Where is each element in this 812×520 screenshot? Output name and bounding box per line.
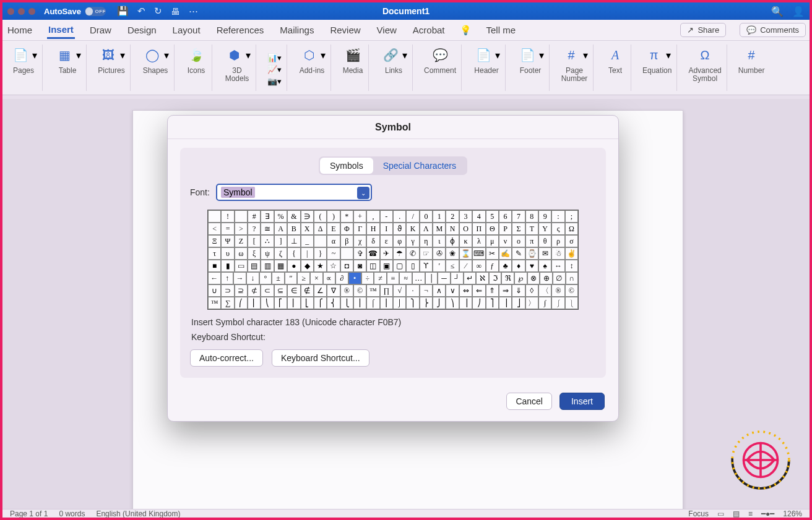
symbol-cell[interactable]: Λ [420,223,433,235]
chevron-down-icon[interactable]: ▾ [666,49,671,61]
symbol-cell[interactable]: τ [208,247,221,260]
ribbon-footer[interactable]: 📄▾ Footer [512,45,550,91]
zoom-window-icon[interactable] [28,8,35,15]
redo-icon[interactable]: ↻ [154,6,162,17]
symbol-cell[interactable]: χ [353,235,366,247]
symbol-cell[interactable]: ♠ [538,260,551,272]
undo-icon[interactable]: ↶ [137,6,145,17]
symbol-cell[interactable]: Μ [433,223,446,235]
symbol-cell[interactable]: 7 [512,210,525,223]
autosave-toggle[interactable]: OFF [85,7,106,16]
symbol-cell[interactable]: ℘ [514,272,527,284]
ribbon-header[interactable]: 📄▾ Header [468,45,506,91]
symbol-cell[interactable]: ) [327,210,340,223]
tab-view[interactable]: View [376,22,398,38]
symbol-cell[interactable]: ⊄ [248,284,261,297]
symbol-cell[interactable]: ◆ [301,260,314,272]
symbol-cell[interactable]: ⎱ [565,297,578,309]
symbol-cell[interactable]: ⎢ [287,297,300,309]
symbol-cell[interactable]: ÷ [361,272,374,284]
symbol-cell[interactable]: ρ [551,235,564,247]
symbol-cell[interactable]: 1 [433,210,446,223]
smartart-icon[interactable]: 📊▾ [267,53,282,62]
symbol-cell[interactable]: * [340,210,353,223]
traffic-lights[interactable] [7,8,35,15]
symbol-cell[interactable]: ▯ [406,260,419,272]
symbol-cell[interactable]: ▣ [380,260,393,272]
symbol-cell[interactable]: & [287,210,300,223]
chevron-down-icon[interactable]: ▾ [246,49,251,61]
ribbon-links[interactable]: 🔗▾ Links [375,45,413,91]
symbol-cell[interactable]: % [274,210,287,223]
symbol-cell[interactable]: ς [551,223,564,235]
status-page[interactable]: Page 1 of 1 [10,509,48,518]
symbol-cell[interactable]: σ [565,235,578,247]
symbol-cell[interactable]: ≠ [374,272,387,284]
symbol-cell[interactable]: ∞ [472,260,485,272]
tab-mailings[interactable]: Mailings [279,22,315,38]
symbol-cell[interactable]: ⎠ [472,297,485,309]
symbol-cell[interactable]: ⎝ [261,297,274,309]
symbol-cell[interactable]: υ [221,247,234,260]
symbol-cell[interactable]: φ [393,235,406,247]
symbol-cell[interactable]: ∴ [261,235,274,247]
autosave-control[interactable]: AutoSave OFF [44,7,106,16]
tab-design[interactable]: Design [126,22,158,38]
symbol-cell[interactable]: ϑ [393,223,406,235]
symbol-cell[interactable]: θ [538,235,551,247]
symbol-cell[interactable]: ⎪ [353,297,366,309]
symbol-cell[interactable]: · [406,284,419,297]
symbol-cell[interactable]: ∅ [553,272,566,284]
symbol-cell[interactable] [314,235,327,247]
symbol-cell[interactable]: + [353,210,366,223]
symbol-cell[interactable]: ◫ [366,260,379,272]
symbol-cell[interactable]: ✂ [486,247,499,260]
status-language[interactable]: English (United Kingdom) [96,509,180,518]
symbol-cell[interactable]: ─ [438,272,451,284]
symbol-cell[interactable]: ~ [327,247,340,260]
symbol-cell[interactable] [340,247,353,260]
symbol-cell[interactable]: © [353,284,366,297]
symbol-cell[interactable]: ● [287,260,300,272]
chevron-down-icon[interactable]: ▾ [32,49,37,61]
symbol-cell[interactable]: ◙ [353,260,366,272]
symbol-cell[interactable]: Ω [565,223,578,235]
tab-review[interactable]: Review [329,22,361,38]
chevron-down-icon[interactable]: ▾ [539,49,544,61]
comments-button[interactable]: 💬 Comments [740,23,806,37]
symbol-cell[interactable]: ↑ [221,272,234,284]
symbol-cell[interactable]: ✎ [512,247,525,260]
symbol-cell[interactable]: < [208,223,221,235]
symbol-cell[interactable]: ∉ [301,284,314,297]
tell-me-icon[interactable]: 💡 [460,25,472,36]
symbol-cell[interactable]: > [235,223,248,235]
symbol-cell[interactable]: γ [406,235,419,247]
symbol-cell[interactable]: Γ [353,223,366,235]
symbol-cell[interactable]: λ [472,235,485,247]
symbol-cell[interactable]: ∩ [566,272,579,284]
symbol-cell[interactable]: - [380,210,393,223]
symbol-cell[interactable]: ° [259,272,272,284]
symbol-cell[interactable]: 3 [459,210,472,223]
symbol-cell[interactable]: ⎨ [327,297,340,309]
symbol-cell[interactable]: ⁄ [459,260,472,272]
chevron-down-icon[interactable]: ▾ [76,49,81,61]
font-selector[interactable]: Symbol ⌄ [216,184,372,201]
symbol-cell[interactable]: 5 [486,210,499,223]
symbol-cell[interactable]: } [314,247,327,260]
view-web-icon[interactable]: ▤ [733,509,740,518]
symbol-cell[interactable]: κ [459,235,472,247]
symbol-cell[interactable]: ϒ [420,260,433,272]
symbol-cell[interactable]: ⌡ [393,297,406,309]
symbol-cell[interactable]: ≅ [261,223,274,235]
symbol-cell[interactable]: ; [565,210,578,223]
tell-me[interactable]: Tell me [485,22,517,38]
symbol-cell[interactable]: ⇔ [459,284,472,297]
symbol-cell[interactable]: ✌ [565,247,578,260]
symbol-cell[interactable]: _ [301,235,314,247]
symbol-cell[interactable]: ✇ [433,247,446,260]
symbol-cell[interactable]: ϕ [446,235,459,247]
symbol-cell[interactable]: ∫ [538,297,551,309]
symbol-cell[interactable]: ☂ [393,247,406,260]
tab-home[interactable]: Home [6,22,33,38]
